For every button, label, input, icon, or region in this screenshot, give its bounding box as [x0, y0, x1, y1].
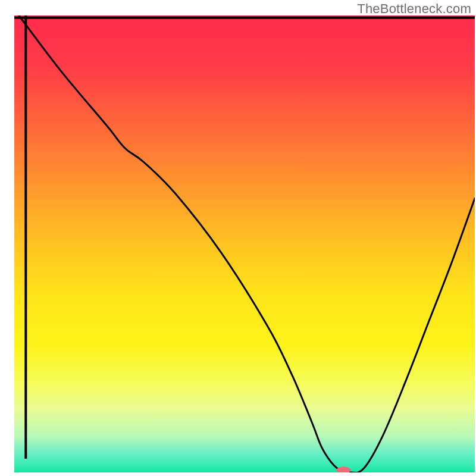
watermark-text: TheBottleneck.com — [357, 1, 471, 17]
optimal-point-marker — [336, 466, 350, 474]
chart-container: TheBottleneck.com — [0, 0, 476, 476]
plot-area — [14, 15, 475, 474]
gradient-background — [14, 15, 475, 472]
bottleneck-chart — [0, 0, 476, 476]
